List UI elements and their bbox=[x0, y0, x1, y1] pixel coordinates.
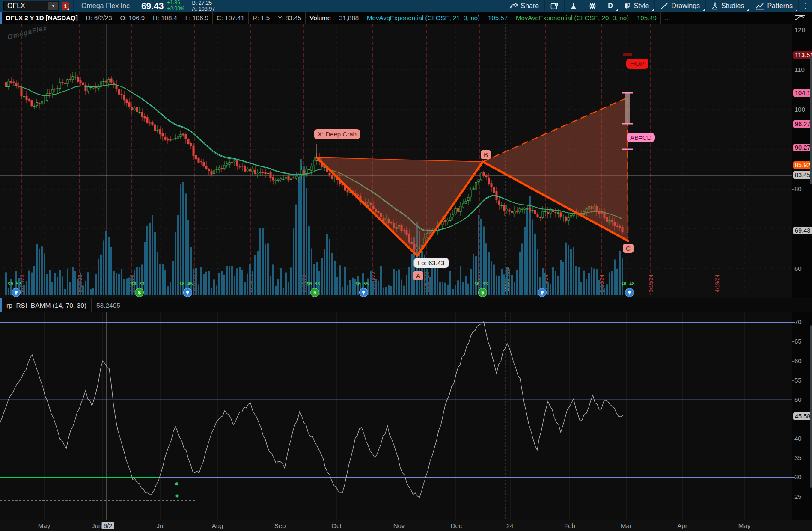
symbol-combo[interactable]: ▼ bbox=[3, 1, 59, 11]
settings-button[interactable] bbox=[583, 0, 602, 12]
price-level-badge: 69.43 bbox=[793, 227, 812, 234]
time-label: 24 bbox=[506, 522, 514, 529]
expiry-date-label: 4/19/24 bbox=[714, 274, 720, 292]
symbol-dropdown-caret-icon[interactable]: ▼ bbox=[48, 2, 58, 10]
price-change: +1.36 +2.00% bbox=[167, 0, 185, 12]
time-label: Jul bbox=[156, 522, 164, 529]
price-level-badge: 104.13 bbox=[793, 89, 812, 97]
timeframe-button[interactable]: D bbox=[602, 0, 619, 12]
time-label: Aug bbox=[212, 522, 223, 529]
event-bulb-icon[interactable] bbox=[359, 288, 368, 297]
dividend-icon[interactable]: $ bbox=[135, 288, 144, 297]
price-chart-canvas[interactable]: 2023 year4/21/235/19/236/16/237/21/238/1… bbox=[0, 24, 792, 298]
price-level-badge: 113.51 bbox=[793, 51, 812, 59]
rsi-axis[interactable]: 70656055504035302545.5827 bbox=[792, 312, 812, 520]
ohlc-cell: H: 108.4 bbox=[149, 12, 181, 24]
event-amount-label: $0.33 bbox=[131, 281, 145, 286]
price-axis[interactable]: 1201101008060113.51104.1396.2790.2785.92… bbox=[792, 24, 812, 298]
share-button[interactable]: Share bbox=[504, 0, 545, 12]
overflow-dots-icon: ⋮ bbox=[802, 2, 809, 10]
dividend-icon[interactable]: $ bbox=[310, 288, 319, 297]
event-amount-label: $0.45 bbox=[179, 281, 193, 286]
trading-platform-window: ▼ 1 Omega Flex Inc 69.43 +1.36 +2.00% B:… bbox=[0, 0, 812, 531]
price-chart-panel[interactable]: 2023 year4/21/235/19/236/16/237/21/238/1… bbox=[0, 24, 792, 298]
top-toolbar: ▼ 1 Omega Flex Inc 69.43 +1.36 +2.00% B:… bbox=[0, 0, 812, 12]
company-name: Omega Flex Inc bbox=[81, 2, 130, 10]
time-label: Jun bbox=[92, 522, 102, 529]
divider bbox=[73, 0, 74, 12]
ohlc-cell: D: 6/2/23 bbox=[82, 12, 116, 24]
axis-tick-label: 50 bbox=[794, 396, 802, 403]
patterns-button[interactable]: Patterns bbox=[750, 0, 798, 12]
time-label: Sep bbox=[274, 522, 286, 529]
event-bulb-icon[interactable] bbox=[625, 288, 634, 297]
ohlc-cell: Y: 83.45 bbox=[274, 12, 306, 24]
style-button[interactable]: Style bbox=[619, 0, 655, 12]
symbol-input[interactable] bbox=[4, 2, 48, 10]
divider bbox=[191, 0, 191, 12]
analyze-button[interactable] bbox=[564, 0, 583, 12]
event-amount-label: $0.48 bbox=[621, 281, 635, 286]
drawings-label: Drawings bbox=[671, 2, 700, 10]
study2-value: 105.49 bbox=[633, 12, 661, 24]
ohlc-cell: L: 106.9 bbox=[181, 12, 213, 24]
event-amount-label: $0.33 bbox=[474, 281, 488, 286]
axis-tick-label: 100 bbox=[794, 106, 805, 113]
event-amount-label: $0.33 bbox=[306, 281, 320, 286]
rsi-canvas[interactable] bbox=[0, 312, 792, 520]
toolbar-overflow-button[interactable]: ⋮ bbox=[798, 0, 812, 12]
expiry-date-label: 3/15/24 bbox=[648, 274, 654, 292]
rsi-study-value: 53.2405 bbox=[92, 298, 125, 312]
rsi-value-badge: 45.5827 bbox=[793, 412, 812, 420]
time-axis[interactable]: MayJun6/2JulAugSepOctNovDec24FebMarAprMa… bbox=[0, 520, 812, 531]
page-info-icon: i bbox=[550, 3, 559, 10]
price-level-badge: 85.92 bbox=[793, 161, 812, 169]
event-bulb-icon[interactable] bbox=[538, 288, 547, 297]
time-label: May bbox=[738, 522, 750, 529]
chart-header: OFLX 2 Y 1D [NASDAQ] D: 6/2/23O: 106.9H:… bbox=[0, 12, 812, 24]
time-label: Feb bbox=[564, 522, 575, 529]
news-button[interactable]: i bbox=[544, 0, 564, 12]
patterns-label: Patterns bbox=[767, 2, 793, 10]
axis-tick-label: 80 bbox=[794, 185, 802, 193]
pattern-b-label[interactable]: B bbox=[481, 150, 491, 159]
hop-target-label[interactable]: HOP bbox=[626, 59, 648, 69]
low-price-tooltip[interactable]: Lo: 63.43 bbox=[413, 258, 449, 268]
rsi-study-name[interactable]: rp_RSI_BAMM (14, 70, 30) bbox=[2, 298, 92, 312]
axis-tick-label: 60 bbox=[794, 265, 802, 272]
drawings-button[interactable]: Drawings bbox=[654, 0, 705, 12]
pattern-x-label[interactable]: X: Deep Crab bbox=[314, 129, 360, 139]
divider bbox=[137, 0, 137, 12]
volume-value: 31,888 bbox=[335, 12, 363, 24]
pattern-a-label[interactable]: A bbox=[413, 271, 423, 280]
price-level-badge: 90.27 bbox=[793, 144, 812, 151]
time-label: May bbox=[38, 522, 50, 529]
scrollbar-thumb[interactable] bbox=[810, 56, 812, 184]
rsi-panel[interactable] bbox=[0, 312, 792, 520]
curve-tool-icon[interactable] bbox=[788, 12, 812, 24]
dividend-icon[interactable]: $ bbox=[478, 288, 487, 297]
axis-tick-label: 60 bbox=[794, 357, 802, 365]
gear-icon bbox=[589, 2, 596, 10]
study2-name[interactable]: MovAvgExponential (CLOSE, 20, 0, no) bbox=[512, 12, 633, 24]
more-studies-ellipsis[interactable]: ... bbox=[661, 12, 675, 24]
pattern-c-label[interactable]: C bbox=[623, 244, 634, 253]
bid-ask: B: 27.25 A: 108.97 bbox=[192, 0, 215, 12]
axis-tick-label: 40 bbox=[794, 435, 802, 442]
ohlc-cell: R: 1.5 bbox=[249, 12, 274, 24]
style-label: Style bbox=[634, 2, 649, 10]
study1-name[interactable]: MovAvgExponential (CLOSE, 21, 0, no) bbox=[363, 12, 484, 24]
ask-value: A: 108.97 bbox=[192, 6, 215, 12]
volume-label: Volume bbox=[306, 12, 335, 24]
studies-button[interactable]: Studies bbox=[705, 0, 750, 12]
price-level-badge: 96.27 bbox=[793, 120, 812, 128]
bid-value: B: 27.25 bbox=[192, 0, 215, 6]
axis-tick-label: 25 bbox=[794, 493, 802, 500]
scrollbar-thumb[interactable] bbox=[810, 325, 812, 488]
alert-count-badge[interactable]: 1 bbox=[62, 2, 69, 10]
time-label: Mar bbox=[621, 522, 632, 529]
abcd-label[interactable]: AB=CD bbox=[627, 133, 655, 142]
event-bulb-icon[interactable] bbox=[183, 288, 192, 297]
event-bulb-icon[interactable] bbox=[12, 288, 21, 297]
candle-style-icon bbox=[625, 2, 631, 10]
